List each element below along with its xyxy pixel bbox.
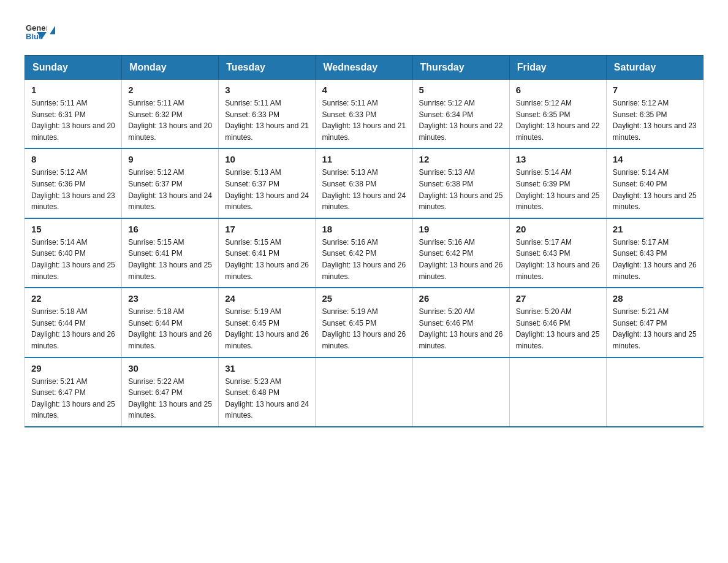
day-info: Sunrise: 5:17 AM Sunset: 6:43 PM Dayligh… <box>516 237 600 282</box>
day-number: 5 <box>419 85 503 95</box>
day-info: Sunrise: 5:19 AM Sunset: 6:45 PM Dayligh… <box>225 306 309 351</box>
weekday-header-thursday: Thursday <box>412 56 509 80</box>
weekday-header-sunday: Sunday <box>25 56 122 80</box>
calendar-cell: 7 Sunrise: 5:12 AM Sunset: 6:35 PM Dayli… <box>606 80 703 149</box>
day-info: Sunrise: 5:13 AM Sunset: 6:38 PM Dayligh… <box>419 167 503 212</box>
day-number: 16 <box>128 224 212 234</box>
day-number: 11 <box>322 154 406 164</box>
week-row-1: 1 Sunrise: 5:11 AM Sunset: 6:31 PM Dayli… <box>25 80 703 149</box>
calendar-cell: 12 Sunrise: 5:13 AM Sunset: 6:38 PM Dayl… <box>412 148 509 218</box>
day-info: Sunrise: 5:15 AM Sunset: 6:41 PM Dayligh… <box>128 237 212 282</box>
weekday-header-friday: Friday <box>509 56 606 80</box>
day-number: 19 <box>419 224 503 234</box>
day-number: 25 <box>322 293 406 304</box>
day-info: Sunrise: 5:21 AM Sunset: 6:47 PM Dayligh… <box>31 376 115 421</box>
day-info: Sunrise: 5:13 AM Sunset: 6:38 PM Dayligh… <box>322 167 406 212</box>
day-number: 21 <box>613 224 697 234</box>
calendar-cell: 24 Sunrise: 5:19 AM Sunset: 6:45 PM Dayl… <box>219 288 316 357</box>
day-info: Sunrise: 5:13 AM Sunset: 6:37 PM Dayligh… <box>225 167 309 212</box>
calendar-cell: 27 Sunrise: 5:20 AM Sunset: 6:46 PM Dayl… <box>509 288 606 357</box>
calendar-cell: 31 Sunrise: 5:23 AM Sunset: 6:48 PM Dayl… <box>219 358 316 427</box>
calendar-cell: 4 Sunrise: 5:11 AM Sunset: 6:33 PM Dayli… <box>316 80 412 149</box>
day-number: 30 <box>128 363 212 373</box>
day-info: Sunrise: 5:18 AM Sunset: 6:44 PM Dayligh… <box>31 306 115 351</box>
svg-text:General: General <box>26 23 47 33</box>
day-info: Sunrise: 5:12 AM Sunset: 6:35 PM Dayligh… <box>613 98 697 143</box>
day-number: 6 <box>516 85 600 95</box>
calendar-cell: 20 Sunrise: 5:17 AM Sunset: 6:43 PM Dayl… <box>509 218 606 288</box>
day-number: 24 <box>225 293 309 304</box>
calendar-cell: 17 Sunrise: 5:15 AM Sunset: 6:41 PM Dayl… <box>219 218 316 288</box>
calendar-cell: 10 Sunrise: 5:13 AM Sunset: 6:37 PM Dayl… <box>219 148 316 218</box>
calendar-cell: 26 Sunrise: 5:20 AM Sunset: 6:46 PM Dayl… <box>412 288 509 357</box>
header: General Blue <box>25 18 703 40</box>
week-row-5: 29 Sunrise: 5:21 AM Sunset: 6:47 PM Dayl… <box>25 358 703 427</box>
day-info: Sunrise: 5:11 AM Sunset: 6:33 PM Dayligh… <box>225 98 309 143</box>
day-number: 26 <box>419 293 503 304</box>
calendar-cell: 23 Sunrise: 5:18 AM Sunset: 6:44 PM Dayl… <box>122 288 219 357</box>
day-number: 20 <box>516 224 600 234</box>
day-number: 4 <box>322 85 406 95</box>
logo-icon: General Blue <box>25 18 47 40</box>
calendar-cell: 18 Sunrise: 5:16 AM Sunset: 6:42 PM Dayl… <box>316 218 412 288</box>
day-info: Sunrise: 5:17 AM Sunset: 6:43 PM Dayligh… <box>613 237 697 282</box>
calendar-cell: 22 Sunrise: 5:18 AM Sunset: 6:44 PM Dayl… <box>25 288 122 357</box>
day-number: 9 <box>128 154 212 164</box>
calendar-cell: 25 Sunrise: 5:19 AM Sunset: 6:45 PM Dayl… <box>316 288 412 357</box>
day-number: 28 <box>613 293 697 304</box>
week-row-4: 22 Sunrise: 5:18 AM Sunset: 6:44 PM Dayl… <box>25 288 703 357</box>
day-number: 15 <box>31 224 115 234</box>
weekday-header-wednesday: Wednesday <box>316 56 412 80</box>
day-info: Sunrise: 5:14 AM Sunset: 6:40 PM Dayligh… <box>31 237 115 282</box>
day-info: Sunrise: 5:12 AM Sunset: 6:36 PM Dayligh… <box>31 167 115 212</box>
day-number: 7 <box>613 85 697 95</box>
calendar-cell <box>316 358 412 427</box>
calendar-cell: 11 Sunrise: 5:13 AM Sunset: 6:38 PM Dayl… <box>316 148 412 218</box>
calendar-cell: 28 Sunrise: 5:21 AM Sunset: 6:47 PM Dayl… <box>606 288 703 357</box>
calendar-cell: 2 Sunrise: 5:11 AM Sunset: 6:32 PM Dayli… <box>122 80 219 149</box>
day-number: 22 <box>31 293 115 304</box>
calendar-cell: 8 Sunrise: 5:12 AM Sunset: 6:36 PM Dayli… <box>25 148 122 218</box>
calendar-cell <box>509 358 606 427</box>
day-info: Sunrise: 5:12 AM Sunset: 6:37 PM Dayligh… <box>128 167 212 212</box>
weekday-header-saturday: Saturday <box>606 56 703 80</box>
day-info: Sunrise: 5:15 AM Sunset: 6:41 PM Dayligh… <box>225 237 309 282</box>
day-info: Sunrise: 5:20 AM Sunset: 6:46 PM Dayligh… <box>516 306 600 351</box>
day-number: 14 <box>613 154 697 164</box>
day-number: 18 <box>322 224 406 234</box>
weekday-header-monday: Monday <box>122 56 219 80</box>
calendar-cell: 29 Sunrise: 5:21 AM Sunset: 6:47 PM Dayl… <box>25 358 122 427</box>
day-number: 2 <box>128 85 212 95</box>
day-info: Sunrise: 5:19 AM Sunset: 6:45 PM Dayligh… <box>322 306 406 351</box>
calendar-cell: 14 Sunrise: 5:14 AM Sunset: 6:40 PM Dayl… <box>606 148 703 218</box>
calendar-cell <box>412 358 509 427</box>
week-row-2: 8 Sunrise: 5:12 AM Sunset: 6:36 PM Dayli… <box>25 148 703 218</box>
calendar-cell: 9 Sunrise: 5:12 AM Sunset: 6:37 PM Dayli… <box>122 148 219 218</box>
calendar-cell <box>606 358 703 427</box>
day-info: Sunrise: 5:11 AM Sunset: 6:33 PM Dayligh… <box>322 98 406 143</box>
day-number: 10 <box>225 154 309 164</box>
calendar-cell: 1 Sunrise: 5:11 AM Sunset: 6:31 PM Dayli… <box>25 80 122 149</box>
calendar-cell: 5 Sunrise: 5:12 AM Sunset: 6:34 PM Dayli… <box>412 80 509 149</box>
day-info: Sunrise: 5:12 AM Sunset: 6:34 PM Dayligh… <box>419 98 503 143</box>
calendar-cell: 16 Sunrise: 5:15 AM Sunset: 6:41 PM Dayl… <box>122 218 219 288</box>
day-info: Sunrise: 5:12 AM Sunset: 6:35 PM Dayligh… <box>516 98 600 143</box>
day-info: Sunrise: 5:20 AM Sunset: 6:46 PM Dayligh… <box>419 306 503 351</box>
day-info: Sunrise: 5:18 AM Sunset: 6:44 PM Dayligh… <box>128 306 212 351</box>
day-info: Sunrise: 5:23 AM Sunset: 6:48 PM Dayligh… <box>225 376 309 421</box>
day-number: 1 <box>31 85 115 95</box>
calendar-cell: 30 Sunrise: 5:22 AM Sunset: 6:47 PM Dayl… <box>122 358 219 427</box>
day-number: 27 <box>516 293 600 304</box>
day-number: 29 <box>31 363 115 373</box>
day-info: Sunrise: 5:16 AM Sunset: 6:42 PM Dayligh… <box>322 237 406 282</box>
day-number: 31 <box>225 363 309 373</box>
calendar-cell: 6 Sunrise: 5:12 AM Sunset: 6:35 PM Dayli… <box>509 80 606 149</box>
day-info: Sunrise: 5:11 AM Sunset: 6:32 PM Dayligh… <box>128 98 212 143</box>
weekday-header-tuesday: Tuesday <box>219 56 316 80</box>
calendar-table: SundayMondayTuesdayWednesdayThursdayFrid… <box>25 55 703 427</box>
day-number: 13 <box>516 154 600 164</box>
day-info: Sunrise: 5:16 AM Sunset: 6:42 PM Dayligh… <box>419 237 503 282</box>
day-number: 23 <box>128 293 212 304</box>
day-number: 8 <box>31 154 115 164</box>
calendar-cell: 15 Sunrise: 5:14 AM Sunset: 6:40 PM Dayl… <box>25 218 122 288</box>
